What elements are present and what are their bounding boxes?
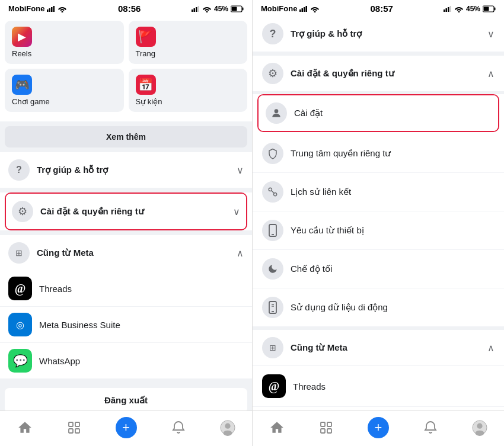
nav-avatar-right[interactable]: [465, 418, 495, 438]
meta-chevron-left: ∧: [237, 248, 244, 259]
svg-point-19: [223, 430, 232, 435]
data-row[interactable]: Sử dụng dữ liệu di động: [253, 288, 504, 326]
privacy-row[interactable]: Trung tâm quyền riêng tư: [253, 134, 504, 173]
right-help-section: ? Trợ giúp & hỗ trợ ∨: [253, 16, 504, 52]
svg-rect-1: [49, 8, 51, 12]
right-meta-section: ⊞ Cũng từ Meta ∧ @ Threads ◎ Meta Busine…: [253, 330, 504, 410]
home-icon-right: [269, 420, 285, 435]
see-more-button[interactable]: Xem thêm: [5, 126, 247, 147]
right-help-icon: ?: [262, 23, 283, 44]
help-icon-left: ?: [8, 159, 30, 181]
nav-bell-left[interactable]: [164, 418, 193, 438]
history-icon: [262, 181, 283, 203]
svg-rect-11: [242, 7, 243, 10]
right-meta-icon: ⊞: [262, 337, 283, 358]
svg-rect-13: [69, 422, 73, 426]
trang-label: Trang: [136, 49, 155, 58]
svg-point-24: [314, 11, 316, 12]
status-left: MobiFone: [8, 4, 67, 13]
svg-rect-12: [231, 7, 237, 11]
battery-icon-right: [483, 5, 496, 12]
whatsapp-app-label-left: WhatsApp: [39, 356, 80, 366]
svg-rect-27: [448, 7, 449, 12]
svg-point-18: [225, 423, 230, 428]
caidat-label: Cài đặt: [294, 108, 491, 118]
settings-section-left: ⚙ Cài đặt & quyền riêng tư ∨: [0, 192, 252, 230]
right-help-chevron: ∨: [487, 28, 495, 40]
device-label: Yêu cầu từ thiết bị: [291, 225, 495, 236]
svg-point-29: [458, 11, 460, 12]
svg-rect-15: [69, 429, 73, 433]
app-threads-left[interactable]: @ Threads: [0, 271, 252, 307]
nav-avatar-left[interactable]: [213, 418, 243, 438]
wifi-icon-left: [58, 5, 67, 12]
nav-bell-right[interactable]: [416, 418, 445, 438]
avatar-icon-left: [220, 420, 235, 435]
wifi2-right: [454, 5, 464, 12]
svg-rect-6: [193, 8, 195, 12]
right-status-right: 45%: [444, 5, 496, 13]
right-settings-icon: ⚙: [262, 63, 283, 84]
right-settings-header[interactable]: ⚙ Cài đặt & quyền riêng tư ∧: [253, 56, 504, 92]
signal-icon-left2: [192, 6, 200, 12]
help-header-left[interactable]: ? Trợ giúp & hỗ trợ ∨: [0, 152, 252, 188]
right-settings-chevron: ∧: [487, 68, 495, 79]
grid-item-reels[interactable]: ▶ Reels: [5, 21, 124, 64]
choigame-label: Chơi game: [12, 97, 50, 106]
svg-rect-16: [75, 429, 79, 433]
data-icon: [262, 297, 283, 318]
right-settings-header-section: ⚙ Cài đặt & quyền riêng tư ∧: [253, 56, 504, 92]
svg-line-34: [272, 191, 275, 194]
app-whatsapp-left[interactable]: 💬 WhatsApp: [0, 343, 252, 378]
svg-rect-43: [321, 429, 325, 433]
svg-rect-14: [75, 422, 79, 426]
svg-rect-3: [53, 6, 55, 12]
threads-app-label-left: Threads: [39, 284, 72, 294]
sukien-icon: 📅: [136, 75, 156, 95]
svg-rect-22: [304, 7, 305, 12]
right-help-header[interactable]: ? Trợ giúp & hỗ trợ ∨: [253, 16, 504, 52]
grid-item-choigame[interactable]: 🎮 Chơi game: [5, 69, 124, 112]
svg-rect-21: [302, 8, 304, 12]
left-content: ▶ Reels 🚩 Trang 🎮 Chơi game 📅 Sự: [0, 16, 252, 410]
meta-header-left[interactable]: ⊞ Cũng từ Meta ∧: [0, 235, 252, 271]
right-meta-header[interactable]: ⊞ Cũng từ Meta ∧: [253, 330, 504, 366]
svg-rect-42: [327, 422, 331, 426]
right-status-bar: MobiFone 08:57 45%: [253, 0, 504, 16]
nav-grid-right[interactable]: [311, 418, 341, 438]
status-right-left: 45%: [192, 5, 244, 13]
device-row[interactable]: Yêu cầu từ thiết bị: [253, 211, 504, 250]
right-settings-items: Cài đặt Trung tâm quyền riêng tư Lịch sử…: [253, 94, 504, 326]
logout-button[interactable]: Đăng xuất: [5, 388, 247, 410]
svg-point-46: [477, 423, 482, 428]
svg-rect-41: [321, 422, 325, 426]
nav-add-left[interactable]: +: [109, 415, 144, 441]
grid-item-sukien[interactable]: 📅 Sự kiện: [129, 69, 248, 112]
bell-icon-right: [423, 420, 438, 435]
settings-header-left[interactable]: ⚙ Cài đặt & quyền riêng tư ∨: [6, 194, 246, 229]
threads-right-icon: @: [262, 374, 286, 398]
nav-add-right[interactable]: +: [361, 415, 396, 441]
sukien-label: Sự kiện: [136, 97, 162, 106]
right-help-label: Trợ giúp & hỗ trợ: [291, 28, 487, 39]
app-metabusiness-left[interactable]: ◎ Meta Business Suite: [0, 307, 252, 343]
add-icon-right: +: [368, 417, 389, 438]
history-row[interactable]: Lịch sử liên kết: [253, 173, 504, 211]
add-icon-left: +: [116, 417, 137, 438]
svg-rect-25: [444, 9, 445, 12]
grid-item-trang[interactable]: 🚩 Trang: [129, 21, 248, 64]
grid-row-2: 🎮 Chơi game 📅 Sự kiện: [5, 69, 247, 112]
grid-row-1: ▶ Reels 🚩 Trang: [5, 21, 247, 64]
caidat-row[interactable]: Cài đặt: [259, 95, 498, 131]
nav-home-right[interactable]: [262, 418, 292, 438]
history-label: Lịch sử liên kết: [291, 187, 495, 197]
threads-right-row[interactable]: @ Threads: [253, 366, 504, 407]
svg-rect-28: [449, 6, 451, 12]
darkmode-row[interactable]: Chế độ tối: [253, 250, 504, 288]
nav-home-left[interactable]: [10, 418, 40, 438]
meta-icon-left: ⊞: [8, 242, 30, 264]
threads-right-label: Threads: [293, 381, 495, 392]
svg-rect-2: [51, 7, 53, 12]
nav-grid-left[interactable]: [59, 418, 89, 438]
whatsapp-app-icon-left: 💬: [8, 349, 32, 373]
